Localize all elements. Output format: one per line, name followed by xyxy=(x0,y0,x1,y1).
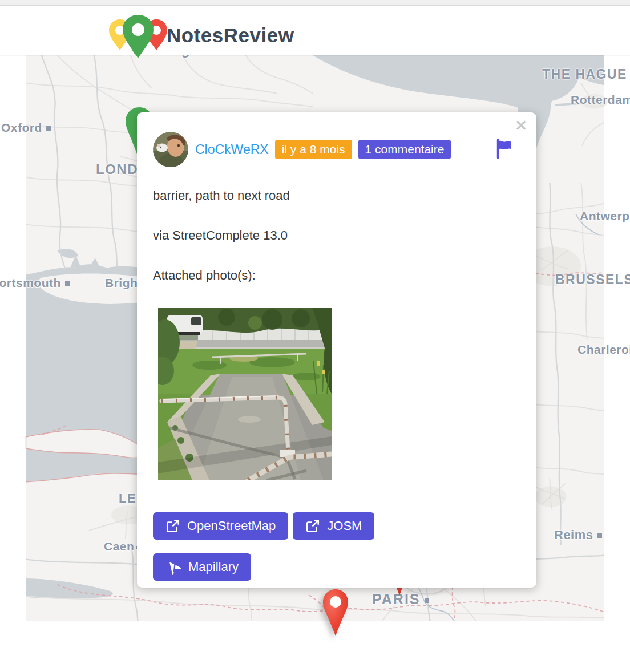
city-dot xyxy=(46,126,51,131)
map-label-rotterdam: Rotterdam xyxy=(571,93,630,107)
map-label-brussels: BRUSSELS xyxy=(555,272,630,288)
note-body: barrier, path to next road via StreetCom… xyxy=(153,188,520,283)
city-dot xyxy=(597,533,602,538)
map-label-charleroi: Charleroi xyxy=(578,343,630,357)
notesreview-app: Cambridge Oxford LONDON THE HAGUE Rotter… xyxy=(0,0,630,672)
map-label-caen: Caen xyxy=(104,540,140,553)
note-actions: OpenStreetMap JOSM xyxy=(153,512,520,581)
note-via-text: via StreetComplete 13.0 xyxy=(153,228,520,243)
button-label: OpenStreetMap xyxy=(187,519,276,533)
map-label-antwerp: Antwerpen xyxy=(580,209,630,223)
button-label: JOSM xyxy=(327,519,362,533)
map-label-oxford: Oxford xyxy=(1,121,51,135)
city-dot xyxy=(65,281,70,286)
external-link-icon xyxy=(165,519,180,533)
map-label-the-hague: THE HAGUE xyxy=(542,67,630,82)
button-label: Mapillary xyxy=(188,560,239,574)
mapillary-icon xyxy=(165,559,181,575)
note-marker-red-south[interactable] xyxy=(322,588,349,638)
attachment-label: Attached photo(s): xyxy=(153,268,520,283)
josm-button[interactable]: JOSM xyxy=(293,512,374,540)
note-popup: ✕ CloCkWeRX il y a 8 mois 1 commentaire xyxy=(137,112,536,588)
app-title: NotesReview xyxy=(167,24,294,47)
openstreetmap-button[interactable]: OpenStreetMap xyxy=(153,512,288,540)
avatar[interactable] xyxy=(153,132,188,167)
attached-photo[interactable] xyxy=(158,308,332,480)
app-logo[interactable] xyxy=(106,14,170,59)
flag-icon[interactable] xyxy=(495,138,511,161)
username-link[interactable]: CloCkWeRX xyxy=(195,142,269,157)
note-comment-text: barrier, path to next road xyxy=(153,188,520,203)
close-icon[interactable]: ✕ xyxy=(512,116,530,135)
avatar-photo xyxy=(153,132,188,167)
top-strip xyxy=(0,0,630,6)
comment-count-badge: 1 commentaire xyxy=(358,140,451,159)
app-header: NotesReview xyxy=(0,6,630,55)
note-header: CloCkWeRX il y a 8 mois 1 commentaire xyxy=(153,131,520,168)
map-label-portsmouth: Portsmouth xyxy=(0,276,70,290)
city-dot xyxy=(425,598,429,603)
mapillary-button[interactable]: Mapillary xyxy=(153,553,251,581)
note-age-badge: il y a 8 mois xyxy=(275,140,352,159)
external-link-icon xyxy=(305,519,320,533)
map-label-reims: Reims xyxy=(554,528,602,543)
